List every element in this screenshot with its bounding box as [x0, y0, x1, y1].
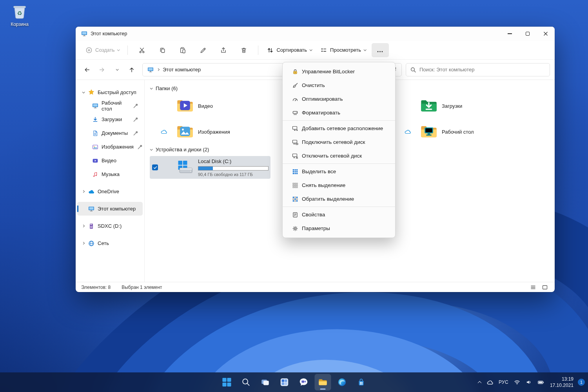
share-button[interactable]	[215, 43, 232, 57]
folder-tile-videos[interactable]: Видео	[150, 95, 267, 117]
sidebar-item-onedrive[interactable]: OneDrive	[77, 185, 143, 198]
language-indicator[interactable]: РУС	[496, 375, 511, 390]
menu-item-bitlocker[interactable]: Управление BitLocker	[284, 65, 394, 78]
menu-item-label: Свойства	[302, 212, 325, 218]
menu-item-label: Форматировать	[302, 110, 340, 116]
chat-button[interactable]	[296, 374, 312, 390]
menu-item-optimize[interactable]: Оптимизировать	[284, 92, 394, 106]
folder-tile-label: Видео	[198, 103, 213, 109]
capacity-bar-fill	[198, 167, 213, 170]
widgets-button[interactable]	[276, 374, 293, 390]
chevron-down-icon	[364, 48, 367, 51]
sort-button[interactable]: Сортировать	[262, 43, 316, 57]
battery-tray-button[interactable]	[535, 375, 546, 390]
folders-section-header[interactable]: Папки (6)	[150, 85, 178, 91]
taskbar-search-button[interactable]	[238, 374, 254, 390]
minimize-icon	[508, 33, 512, 34]
drives-section-header[interactable]: Устройства и диски (2)	[150, 147, 209, 152]
sidebar-item-this-pc[interactable]: Этот компьютер	[77, 202, 143, 216]
chevron-down-icon[interactable]	[150, 87, 153, 89]
this-pc-app-icon	[81, 31, 87, 37]
new-button[interactable]: Создать	[81, 43, 123, 57]
sort-button-label: Сортировать	[276, 47, 307, 53]
chevron-right-icon[interactable]	[82, 242, 84, 245]
folder-tile-pictures[interactable]: Изображения	[150, 121, 267, 143]
edge-button[interactable]	[334, 374, 350, 390]
sidebar-item-pictures[interactable]: Изображения	[77, 140, 143, 154]
menu-item-disconnect-network-drive[interactable]: Отключить сетевой диск	[284, 149, 394, 163]
cut-button[interactable]	[133, 43, 151, 57]
volume-tray-button[interactable]	[523, 375, 534, 390]
wifi-tray-button[interactable]	[512, 375, 523, 390]
store-button[interactable]	[353, 374, 370, 390]
minimize-button[interactable]	[501, 27, 519, 41]
folder-tile-desktop[interactable]: Рабочий стол	[394, 121, 511, 143]
recycle-bin-icon	[11, 3, 28, 20]
menu-item-select-all[interactable]: Выделить все	[284, 165, 394, 178]
start-button[interactable]	[219, 374, 235, 390]
large-icons-view-icon	[542, 284, 548, 290]
paste-button[interactable]	[174, 43, 191, 57]
recycle-bin-label: Корзина	[11, 22, 29, 27]
menu-item-options[interactable]: Параметры	[284, 221, 394, 235]
menu-item-add-network-location[interactable]: Добавить сетевое расположение	[284, 122, 394, 135]
menu-item-label: Обратить выделение	[302, 196, 354, 202]
navigation-pane: Быстрый доступ Рабочий стол Загрузки Док…	[76, 80, 145, 282]
hidden-icons-button[interactable]	[476, 375, 483, 390]
clock-tray[interactable]: 13:19 17.10.2021	[547, 376, 576, 388]
see-more-button[interactable]: …	[372, 43, 389, 57]
see-more-menu: Управление BitLocker Очистить Оптимизиро…	[282, 62, 396, 238]
sidebar-item-videos[interactable]: Видео	[77, 154, 143, 167]
maximize-button[interactable]	[519, 27, 537, 41]
task-view-button[interactable]	[257, 374, 274, 390]
menu-item-properties[interactable]: Свойства	[284, 208, 394, 221]
menu-item-format[interactable]: Форматировать	[284, 106, 394, 120]
file-explorer-button[interactable]	[315, 374, 331, 390]
menu-item-map-network-drive[interactable]: Подключить сетевой диск	[284, 135, 394, 149]
breadcrumb[interactable]: Этот компьютер	[163, 67, 201, 73]
sidebar-item-music[interactable]: Музыка	[77, 167, 143, 181]
recent-locations-button[interactable]	[110, 63, 123, 76]
search-box[interactable]	[406, 63, 550, 76]
drive-tile-local-disk-c[interactable]: Local Disk (C:) 90,4 ГБ свободно из 117 …	[150, 156, 270, 179]
chevron-right-icon[interactable]	[82, 225, 84, 227]
sidebar-item-desktop[interactable]: Рабочий стол	[77, 99, 143, 113]
menu-item-cleanup[interactable]: Очистить	[284, 78, 394, 92]
back-button[interactable]	[80, 63, 94, 76]
sidebar-item-quick-access[interactable]: Быстрый доступ	[77, 85, 143, 99]
window-title: Этот компьютер	[91, 31, 127, 36]
sidebar-item-network[interactable]: Сеть	[77, 236, 143, 250]
close-button[interactable]	[537, 27, 555, 41]
large-icons-view-button[interactable]	[541, 283, 549, 291]
view-button[interactable]: Просмотреть	[316, 43, 370, 57]
folder-tile-label: Рабочий стол	[442, 129, 474, 135]
sidebar-item-label: Видео	[102, 158, 116, 163]
format-drive-icon	[292, 110, 298, 116]
chevron-right-icon[interactable]	[82, 190, 84, 193]
pin-icon	[132, 116, 139, 123]
menu-item-invert-selection[interactable]: Обратить выделение	[284, 192, 394, 206]
up-button[interactable]	[125, 63, 138, 76]
paste-icon	[179, 47, 186, 54]
copy-button[interactable]	[154, 43, 171, 57]
sidebar-item-label: Рабочий стол	[102, 100, 129, 112]
notification-badge[interactable]: 1	[578, 379, 585, 386]
sidebar-item-downloads[interactable]: Загрузки	[77, 113, 143, 126]
sidebar-item-documents[interactable]: Документы	[77, 126, 143, 140]
menu-item-select-none[interactable]: Снять выделение	[284, 178, 394, 192]
recycle-bin[interactable]: Корзина	[4, 3, 35, 27]
sidebar-item-sdxc[interactable]: SDXC (D:)	[77, 219, 143, 233]
folder-tile-downloads[interactable]: Загрузки	[394, 95, 511, 117]
onedrive-tray-button[interactable]	[484, 375, 495, 390]
selection-checkbox[interactable]	[152, 165, 158, 171]
forward-button[interactable]	[95, 63, 109, 76]
title-bar[interactable]: Этот компьютер	[76, 27, 555, 41]
rename-button[interactable]	[194, 43, 212, 57]
chevron-down-icon[interactable]	[82, 91, 85, 93]
copy-icon	[159, 47, 166, 54]
delete-button[interactable]	[235, 43, 252, 57]
details-view-button[interactable]	[529, 283, 537, 291]
command-bar: Создать Сортировать Просмотреть …	[76, 41, 555, 60]
search-input[interactable]	[419, 67, 546, 73]
chevron-down-icon[interactable]	[150, 148, 153, 151]
